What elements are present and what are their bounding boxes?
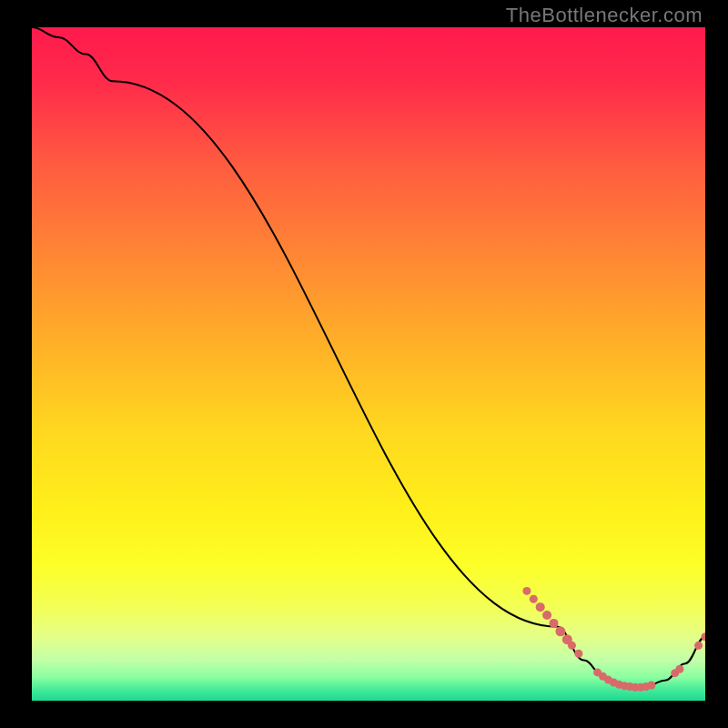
data-marker (536, 602, 545, 612)
data-marker (647, 681, 655, 689)
attribution-label: TheBottlenecker.com (506, 4, 703, 27)
data-marker (568, 642, 576, 650)
data-marker (694, 642, 703, 650)
chart-frame: TheBottlenecker.com (0, 0, 728, 728)
data-marker (550, 619, 559, 628)
chart-svg (32, 27, 705, 701)
data-marker (530, 595, 538, 603)
data-marker (574, 650, 582, 658)
data-marker (522, 587, 531, 595)
data-marker (542, 611, 551, 620)
plot-area (32, 27, 705, 701)
data-marker (555, 626, 565, 636)
gradient-background (32, 27, 705, 701)
data-marker (675, 665, 683, 673)
